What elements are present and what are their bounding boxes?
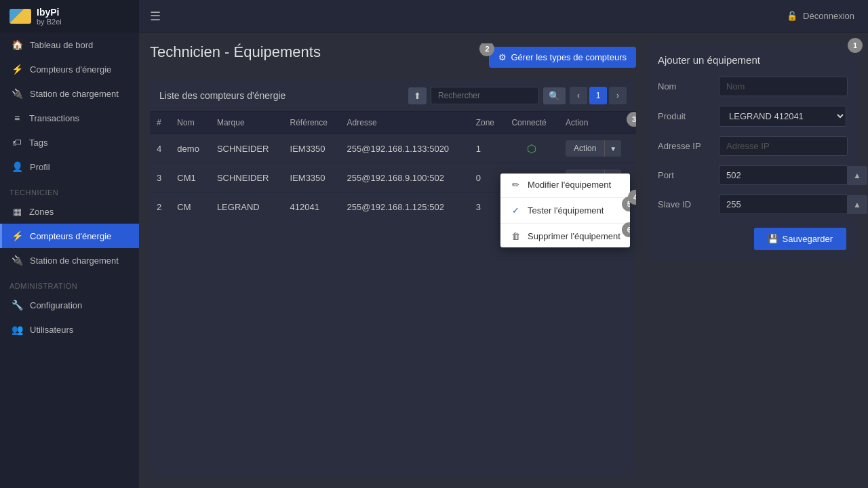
sidebar-item-station-chargement[interactable]: 🔌 Station de chargement [0,81,139,106]
content-area: Technicien - Équipements 2 ⚙ Gérer les t… [139,33,868,488]
cell-marque: SCHNEIDER [210,163,283,192]
energy-icon: ⚡ [12,64,23,75]
cell-reference: IEM3350 [283,163,340,192]
cell-adresse: 255@192.168.1.133:5020 [340,134,469,163]
logo-text: IbyPi [37,7,62,18]
col-reference: Référence [283,112,340,134]
add-equipment-panel: 1 Ajouter un équipement Nom Produit LEGR… [647,43,857,261]
action-arrow-button[interactable]: ▼ [605,140,621,157]
cell-zone: 1 [469,134,505,163]
sidebar-item-tags[interactable]: 🏷 Tags [0,130,139,155]
table-toolbar: ⬆ 🔍 ‹ 1 › [408,87,627,104]
save-icon: 💾 [768,234,778,244]
zones-icon: ▦ [12,206,22,217]
select-produit[interactable]: LEGRAND 412041 [719,106,846,127]
col-marque: Marque [210,112,283,134]
administration-section-label: Administration [0,272,139,293]
logo-sub: by B2ei [37,18,62,26]
form-row-nom: Nom [658,77,846,96]
sidebar-item-profil[interactable]: 👤 Profil [0,155,139,179]
cell-marque: SCHNEIDER [210,134,283,163]
sidebar-item-compteurs-energie[interactable]: ⚡ Compteurs d'énergie [0,57,139,81]
cell-zone: 3 [469,192,505,222]
dropdown-item-modifier[interactable]: ✏ Modifier l'équipement [500,174,630,196]
label-produit: Produit [658,111,719,121]
dropdown-item-supprimer[interactable]: 🗑 Supprimer l'équipement 6 [500,225,630,247]
cell-reference: IEM3350 [283,134,340,163]
annotation-badge-6: 6 [622,222,630,237]
table-row: 4 demo SCHNEIDER IEM3350 255@192.168.1.1… [150,134,636,163]
connected-icon: ⬡ [527,143,536,155]
check-icon: ✓ [510,205,521,216]
sidebar-item-configuration[interactable]: 🔧 Configuration [0,293,139,317]
dropdown-item-tester[interactable]: ✓ Tester l'équipement 5 [500,199,630,222]
save-button[interactable]: 💾 Sauvegarder [754,228,846,250]
dropdown-divider-1 [500,197,630,198]
input-adresse[interactable] [719,136,848,156]
charging-tech-icon: 🔌 [12,255,23,266]
energy-tech-icon: ⚡ [12,230,23,241]
sidebar-item-zones[interactable]: ▦ Zones [0,199,139,224]
sidebar-item-transactions[interactable]: ≡ Transactions [0,106,139,130]
input-nom[interactable] [719,77,848,96]
current-page-button[interactable]: 1 [589,87,607,104]
form-row-port: Port ▲ [658,165,846,185]
cell-num: 4 [150,134,170,163]
home-icon: 🏠 [12,39,23,50]
table-header: Liste des compteurs d'énergie ⬆ 🔍 ‹ 1 › [150,80,636,112]
sidebar-item-station-tech[interactable]: 🔌 Station de chargement [0,248,139,272]
sidebar-item-utilisateurs[interactable]: 👥 Utilisateurs [0,317,139,342]
port-up-btn[interactable]: ▲ [847,166,867,185]
col-adresse: Adresse [340,112,469,134]
cell-adresse: 255@192.168.9.100:502 [340,163,469,192]
sidebar-item-tableau-de-bord[interactable]: 🏠 Tableau de bord [0,33,139,57]
input-slave[interactable] [719,195,847,214]
cell-num: 3 [150,163,170,192]
right-panel: 1 Ajouter un équipement Nom Produit LEGR… [647,43,857,477]
tag-icon: 🏷 [12,137,22,148]
add-panel-title: Ajouter un équipement [658,54,846,66]
menu-toggle[interactable]: ☰ [150,9,161,24]
cell-connected: ⬡ [505,134,559,163]
edit-icon: ✏ [510,180,521,190]
gear-manage-icon: ⚙ [498,52,507,62]
prev-page-button[interactable]: ‹ [570,87,587,104]
col-action: Action [559,112,636,134]
form-row-slave: Slave ID ▲ [658,195,846,214]
cell-num: 2 [150,192,170,222]
logout-icon: 🔓 [787,11,797,21]
action-main-button[interactable]: Action [566,140,605,157]
manage-types-button[interactable]: ⚙ Gérer les types de compteurs [489,47,636,68]
annotation-badge-5: 5 [622,197,630,211]
cell-adresse: 255@192.168.1.125:502 [340,192,469,222]
logout-button[interactable]: 🔓 Déconnexion [787,11,857,21]
user-icon: 👤 [12,161,23,172]
next-page-button[interactable]: › [609,87,627,104]
col-connecte: Connecté [505,112,559,134]
slave-up-btn[interactable]: ▲ [847,195,867,214]
col-zone: Zone [469,112,505,134]
search-input[interactable] [431,87,539,104]
input-port[interactable] [719,165,847,185]
dropdown-divider-2 [500,223,630,224]
action-dropdown-menu: ✏ Modifier l'équipement ✓ Tester l'équip… [500,174,630,247]
sidebar: IbyPi by B2ei 🏠 Tableau de bord ⚡ Compte… [0,0,139,488]
label-slave: Slave ID [658,199,719,209]
config-icon: 🔧 [12,300,23,310]
label-nom: Nom [658,81,719,92]
sidebar-item-compteurs-tech[interactable]: ⚡ Compteurs d'énergie [0,224,139,248]
form-row-adresse: Adresse IP [658,136,846,156]
logo-area: IbyPi by B2ei [0,0,139,33]
annotation-badge-1: 1 [848,38,863,53]
page-title: Technicien - Équipements [150,43,321,61]
cell-reference: 412041 [283,192,340,222]
upload-button[interactable]: ⬆ [408,87,427,104]
table-title: Liste des compteurs d'énergie [159,90,285,101]
transactions-icon: ≡ [12,113,22,123]
col-nom: Nom [170,112,210,134]
table-panel: Liste des compteurs d'énergie ⬆ 🔍 ‹ 1 › [150,80,636,477]
form-row-produit: Produit LEGRAND 412041 [658,106,846,127]
search-button[interactable]: 🔍 [543,87,566,104]
cell-nom: CM1 [170,163,210,192]
cell-marque: LEGRAND [210,192,283,222]
